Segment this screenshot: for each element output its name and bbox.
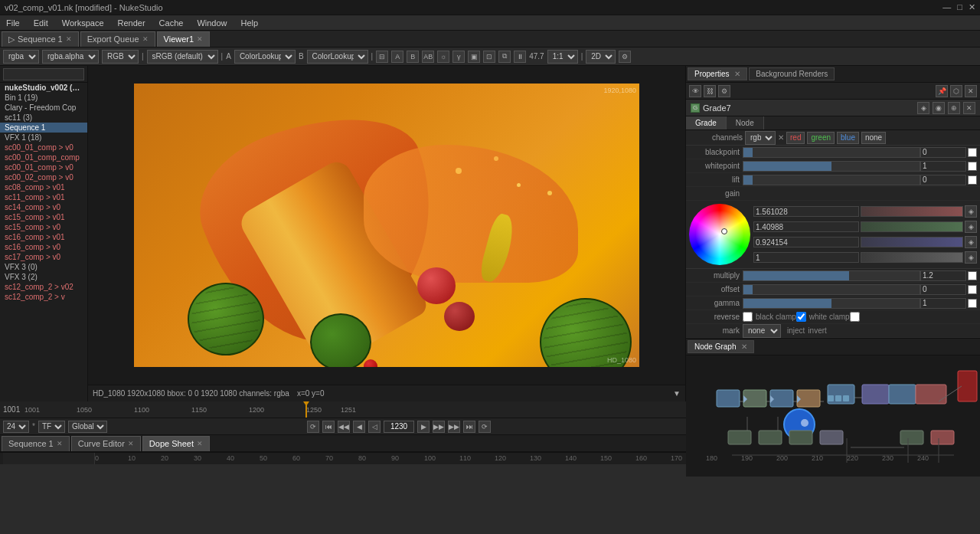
- prop-icon-pin[interactable]: 📌: [936, 85, 948, 97]
- prop-icon-settings[interactable]: ⚙: [718, 85, 730, 97]
- tab-sequence1[interactable]: ▷ Sequence 1 ✕: [2, 31, 79, 47]
- viewer-icon-b[interactable]: B: [407, 51, 419, 63]
- viewer-icon-proxy[interactable]: ⧉: [498, 51, 511, 63]
- maximize-btn[interactable]: □: [957, 2, 962, 12]
- tab-node[interactable]: Node: [727, 116, 764, 129]
- view-mode-select[interactable]: 2D: [586, 50, 616, 64]
- grade-btn-hide[interactable]: ✕: [963, 102, 975, 114]
- dopesheet-track-area[interactable]: 0 10 20 30 40 50 60 70 80 90 100 110 120…: [95, 452, 977, 464]
- gain-r-slider[interactable]: [861, 206, 963, 217]
- tf-select[interactable]: TF: [38, 421, 65, 433]
- gain-b-input[interactable]: [753, 237, 859, 247]
- bin-sc16-2[interactable]: sc16_comp > v0: [0, 242, 87, 252]
- gain-b-slider[interactable]: [861, 237, 963, 247]
- menu-workspace[interactable]: Workspace: [59, 18, 107, 28]
- offset-swatch[interactable]: [968, 285, 977, 294]
- lift-slider[interactable]: [743, 175, 920, 185]
- tab-close-curve-editor[interactable]: ✕: [128, 440, 134, 447]
- channels-select[interactable]: rgb: [745, 131, 776, 145]
- viewer-icon-pause[interactable]: ⏸: [514, 51, 526, 63]
- bin-sequence1[interactable]: Sequence 1: [0, 123, 87, 133]
- whitepoint-swatch[interactable]: [968, 162, 977, 171]
- bin-vfx3-2[interactable]: VFX 3 (2): [0, 272, 87, 282]
- grade-btn-3[interactable]: ⊕: [948, 102, 960, 114]
- chip-blue[interactable]: blue: [837, 132, 859, 144]
- chip-green[interactable]: green: [807, 132, 835, 144]
- node-b-select[interactable]: ColorLookup: [307, 50, 368, 64]
- bin-vfx1[interactable]: VFX 1 (18): [0, 133, 87, 143]
- mark-select[interactable]: none: [743, 324, 781, 338]
- lut-select[interactable]: sRGB (default): [147, 50, 218, 64]
- blackpoint-value[interactable]: [920, 147, 966, 158]
- gain-b-icon[interactable]: ◈: [965, 236, 977, 248]
- black-clamp-checkbox[interactable]: [796, 312, 806, 322]
- tab-properties-close[interactable]: ✕: [734, 70, 740, 78]
- white-clamp-checkbox[interactable]: [850, 312, 860, 322]
- bin-sc0001-3[interactable]: sc00_01_comp > v0: [0, 162, 87, 172]
- node-a-select[interactable]: ColorLookup: [234, 50, 296, 64]
- prop-icon-link[interactable]: ⛓: [704, 85, 716, 97]
- prop-icon-eye[interactable]: 👁: [689, 85, 701, 97]
- bin-sc11[interactable]: sc11_comp > v01: [0, 192, 87, 202]
- bin-sc0002[interactable]: sc00_02_comp > v0: [0, 172, 87, 182]
- gain-g-input[interactable]: [753, 221, 859, 232]
- multiply-value[interactable]: [920, 270, 966, 281]
- bin-clary[interactable]: Clary - Freedom Cop: [0, 103, 87, 113]
- menu-render[interactable]: Render: [115, 18, 149, 28]
- tab-close-dope-sheet[interactable]: ✕: [197, 440, 203, 447]
- bin-sc16-1[interactable]: sc16_comp > v01: [0, 232, 87, 242]
- multiply-swatch[interactable]: [968, 271, 977, 280]
- tab-close-sequence1-bottom[interactable]: ✕: [57, 440, 63, 447]
- global-select[interactable]: Global: [68, 421, 107, 433]
- bin-sc11[interactable]: sc11 (3): [0, 113, 87, 123]
- bin-sc14[interactable]: sc14_comp > v0: [0, 202, 87, 212]
- viewer-icon-gamma[interactable]: γ: [452, 51, 465, 63]
- viewer-icon-wipe[interactable]: ⊟: [376, 51, 388, 63]
- close-btn[interactable]: ✕: [969, 2, 975, 12]
- blackpoint-swatch[interactable]: [968, 148, 977, 157]
- bin-vfx3-1[interactable]: VFX 3 (0): [0, 262, 87, 272]
- reverse-checkbox[interactable]: [743, 312, 753, 322]
- btn-next[interactable]: ▶▶: [448, 421, 460, 433]
- gain-g-slider[interactable]: [861, 221, 963, 232]
- gain-a-slider[interactable]: [861, 252, 963, 263]
- tab-export-queue[interactable]: Export Queue ✕: [80, 31, 155, 47]
- zoom-ratio-select[interactable]: 1:1: [547, 50, 578, 64]
- viewer-icon-settings[interactable]: ⚙: [619, 51, 631, 63]
- viewer-icon-roi[interactable]: ⊡: [483, 51, 495, 63]
- menu-help[interactable]: Help: [238, 18, 262, 28]
- viewer-scroll[interactable]: ▼: [673, 389, 681, 398]
- tab-grade[interactable]: Grade: [686, 116, 727, 129]
- prop-icon-float[interactable]: ⬡: [950, 85, 962, 97]
- btn-step-back[interactable]: ◀◀: [338, 421, 350, 433]
- chip-red[interactable]: red: [786, 132, 805, 144]
- node-graph-close[interactable]: ✕: [741, 342, 747, 351]
- prop-icon-close[interactable]: ✕: [965, 85, 977, 97]
- current-frame-input[interactable]: 1230: [384, 421, 414, 433]
- tab-close-export[interactable]: ✕: [142, 35, 149, 43]
- menu-edit[interactable]: Edit: [31, 18, 51, 28]
- bin-sc0001-2[interactable]: sc00_01_comp_comp: [0, 152, 87, 162]
- bin-sc12-1[interactable]: sc12_comp_2 > v02: [0, 282, 87, 292]
- blackpoint-slider[interactable]: [743, 147, 920, 158]
- channel-mode-select[interactable]: rgba: [3, 50, 39, 64]
- viewer-icon-ab[interactable]: AB: [422, 51, 434, 63]
- bin-sc15-2[interactable]: sc15_comp > v0: [0, 222, 87, 232]
- btn-loop[interactable]: ⟳: [479, 421, 491, 433]
- tab-close-sequence1[interactable]: ✕: [66, 35, 72, 43]
- tab-properties[interactable]: Properties ✕: [688, 67, 747, 80]
- btn-prev[interactable]: ◀: [353, 421, 365, 433]
- viewer-icon-clip[interactable]: ▣: [468, 51, 480, 63]
- lift-value[interactable]: [920, 175, 966, 185]
- whitepoint-slider[interactable]: [743, 161, 920, 172]
- bin-bin1[interactable]: Bin 1 (19): [0, 93, 87, 103]
- tab-curve-editor[interactable]: Curve Editor ✕: [71, 436, 141, 451]
- menu-file[interactable]: File: [3, 18, 23, 28]
- bin-sc0001-1[interactable]: sc00_01_comp > v0: [0, 143, 87, 152]
- btn-prev-frame[interactable]: ◁: [368, 421, 381, 433]
- gamma-value[interactable]: [920, 298, 966, 309]
- btn-play-fwd[interactable]: ▶▶: [433, 421, 445, 433]
- gain-a-input[interactable]: [753, 252, 859, 263]
- alpha-mode-select[interactable]: rgba.alpha: [42, 50, 99, 64]
- offset-value[interactable]: [920, 284, 966, 295]
